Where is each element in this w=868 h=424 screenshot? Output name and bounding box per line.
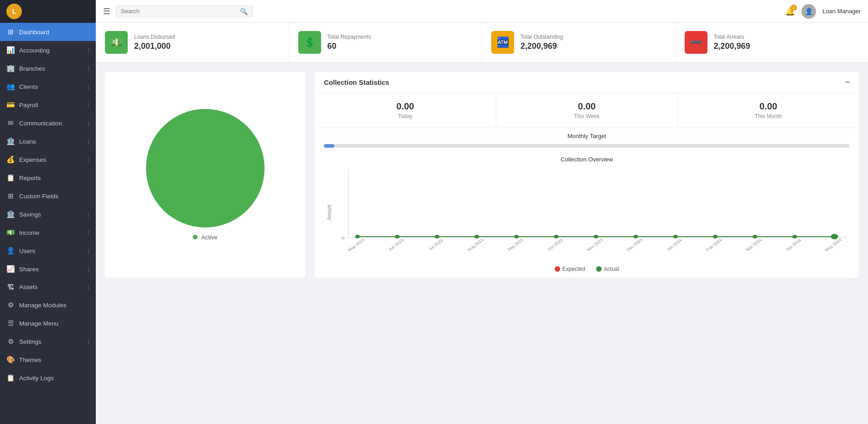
search-box[interactable]: 🔍 bbox=[116, 5, 253, 17]
sidebar-item-custom-fields[interactable]: ⊞ Custom Fields bbox=[0, 187, 96, 205]
chevron-icon: 〈 bbox=[88, 66, 89, 72]
collection-stats-numbers: 0.00 Today 0.00 This Week 0.00 This Mont… bbox=[315, 93, 859, 128]
sidebar-item-manage-modules[interactable]: ⚙ Manage Modules bbox=[0, 296, 96, 314]
collection-title: Collection Statistics bbox=[324, 78, 389, 86]
svg-text:Nov 2023: Nov 2023 bbox=[585, 238, 604, 252]
notifications[interactable]: 🔔 1 bbox=[785, 6, 795, 16]
sidebar-item-assets[interactable]: 🏗 Assets 〈 bbox=[0, 278, 96, 296]
custom-fields-icon: ⊞ bbox=[6, 192, 15, 200]
sidebar-item-themes[interactable]: 🎨 Themes bbox=[0, 351, 96, 369]
svg-text:Feb 2024: Feb 2024 bbox=[705, 238, 723, 252]
total-repayments-icon: 💲 bbox=[298, 31, 321, 54]
shares-icon: 📈 bbox=[6, 265, 15, 273]
sidebar-item-income[interactable]: 💵 Income 〈 bbox=[0, 223, 96, 242]
sidebar-item-branches[interactable]: 🏢 Branches 〈 bbox=[0, 59, 96, 78]
communication-icon: ✉ bbox=[6, 119, 15, 127]
sidebar-item-reports[interactable]: 📋 Reports bbox=[0, 169, 96, 187]
sidebar-item-users[interactable]: 👤 Users 〈 bbox=[0, 242, 96, 260]
sidebar-label-savings: Savings bbox=[19, 211, 41, 218]
sidebar-item-shares[interactable]: 📈 Shares 〈 bbox=[0, 260, 96, 278]
sidebar-item-activity-logs[interactable]: 📋 Activity Logs bbox=[0, 369, 96, 387]
sidebar-label-manage-modules: Manage Modules bbox=[19, 302, 67, 309]
svg-text:0: 0 bbox=[342, 236, 345, 240]
chevron-icon: 〈 bbox=[88, 339, 89, 345]
sidebar-item-communication[interactable]: ✉ Communication 〈 bbox=[0, 114, 96, 132]
chevron-icon: 〈 bbox=[88, 84, 89, 90]
settings-icon: ⚙ bbox=[6, 337, 15, 346]
header-right: 🔔 1 👤 Loan Manager bbox=[785, 4, 861, 19]
stat-week: 0.00 This Week bbox=[496, 93, 678, 128]
sidebar-item-accounting[interactable]: 📊 Accounting 〈 bbox=[0, 41, 96, 59]
svg-text:Mar 2024: Mar 2024 bbox=[744, 238, 763, 252]
chart-legend: Expected Actual bbox=[315, 262, 859, 278]
users-icon: 👤 bbox=[6, 247, 15, 255]
week-label: This Week bbox=[501, 113, 673, 119]
assets-icon: 🏗 bbox=[6, 283, 15, 291]
chevron-icon: 〈 bbox=[88, 212, 89, 217]
svg-text:Jan 2024: Jan 2024 bbox=[665, 238, 683, 252]
svg-point-9 bbox=[514, 235, 519, 238]
hamburger-icon[interactable]: ☰ bbox=[103, 6, 110, 16]
accounting-icon: 📊 bbox=[6, 46, 15, 54]
total-arrears-icon: ➖ bbox=[685, 31, 707, 54]
search-input[interactable] bbox=[121, 8, 237, 15]
chevron-icon: 〈 bbox=[88, 230, 89, 236]
svg-text:Dec 2023: Dec 2023 bbox=[625, 238, 644, 252]
sidebar-item-manage-menu[interactable]: ☰ Manage Menu bbox=[0, 314, 96, 332]
sidebar-item-dashboard[interactable]: ⊞ Dashboard bbox=[0, 23, 96, 41]
sidebar-label-dashboard: Dashboard bbox=[19, 29, 49, 36]
pie-circle bbox=[146, 109, 265, 228]
sidebar-label-income: Income bbox=[19, 229, 39, 236]
sidebar-label-activity-logs: Activity Logs bbox=[19, 375, 54, 382]
search-icon[interactable]: 🔍 bbox=[240, 8, 248, 15]
svg-text:Jul 2023: Jul 2023 bbox=[427, 238, 444, 251]
sidebar-item-loans[interactable]: 🏦 Loans 〈 bbox=[0, 132, 96, 150]
avatar[interactable]: 👤 bbox=[801, 4, 816, 19]
sidebar-label-communication: Communication bbox=[19, 120, 62, 127]
overview-title: Collection Overview bbox=[315, 152, 859, 165]
chevron-icon: 〈 bbox=[88, 266, 89, 272]
manage-modules-icon: ⚙ bbox=[6, 301, 15, 309]
expenses-icon: 💰 bbox=[6, 155, 15, 164]
pie-container: Active bbox=[141, 106, 269, 243]
svg-point-10 bbox=[554, 235, 559, 238]
sidebar-item-payroll[interactable]: 💳 Payroll 〈 bbox=[0, 96, 96, 114]
sidebar-label-users: Users bbox=[19, 248, 35, 254]
svg-text:May 2023: May 2023 bbox=[347, 238, 366, 252]
total-arrears-label: Total Arrears bbox=[714, 34, 750, 40]
collection-section: Collection Statistics − 0.00 Today 0.00 … bbox=[315, 72, 859, 278]
chevron-icon: 〈 bbox=[88, 47, 89, 53]
sidebar-item-settings[interactable]: ⚙ Settings 〈 bbox=[0, 332, 96, 351]
expected-label: Expected bbox=[562, 266, 585, 272]
expected-dot bbox=[555, 266, 560, 272]
legend-expected: Expected bbox=[555, 266, 585, 272]
chevron-icon: 〈 bbox=[88, 139, 89, 145]
savings-icon: 🏦 bbox=[6, 210, 15, 218]
notification-badge: 1 bbox=[790, 5, 797, 11]
month-label: This Month bbox=[682, 113, 854, 119]
sidebar-item-savings[interactable]: 🏦 Savings 〈 bbox=[0, 205, 96, 223]
sidebar-label-loans: Loans bbox=[19, 138, 36, 145]
sidebar-label-accounting: Accounting bbox=[19, 47, 50, 54]
sidebar-label-shares: Shares bbox=[19, 266, 39, 273]
minimize-button[interactable]: − bbox=[845, 78, 850, 86]
stat-today: 0.00 Today bbox=[315, 93, 496, 128]
user-name[interactable]: Loan Manager bbox=[822, 8, 861, 15]
loans-disbursed-label: Loans Disbursed bbox=[134, 34, 175, 40]
loans-disbursed-info: Loans Disbursed 2,001,000 bbox=[134, 34, 175, 51]
dashboard-body: Active Collection Statistics − 0.00 Toda… bbox=[96, 62, 868, 287]
svg-point-12 bbox=[633, 235, 638, 238]
total-outstanding-value: 2,200,969 bbox=[520, 41, 563, 51]
sidebar-label-custom-fields: Custom Fields bbox=[19, 193, 58, 200]
sidebar-label-reports: Reports bbox=[19, 175, 41, 181]
sidebar-label-settings: Settings bbox=[19, 338, 42, 345]
sidebar-item-clients[interactable]: 👥 Clients 〈 bbox=[0, 78, 96, 96]
legend-actual: Actual bbox=[596, 266, 619, 272]
svg-text:Oct 2023: Oct 2023 bbox=[546, 238, 564, 252]
svg-point-8 bbox=[474, 235, 479, 238]
income-icon: 💵 bbox=[6, 228, 15, 237]
chevron-icon: 〈 bbox=[88, 284, 89, 290]
total-repayments-info: Total Repayments 60 bbox=[327, 34, 371, 51]
sidebar-item-expenses[interactable]: 💰 Expenses 〈 bbox=[0, 150, 96, 169]
sidebar-label-manage-menu: Manage Menu bbox=[19, 320, 58, 327]
